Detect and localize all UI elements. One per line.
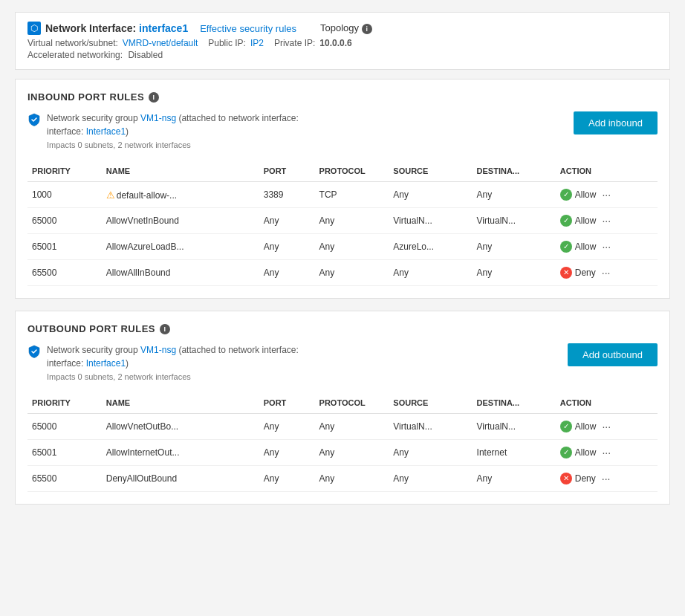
cell-priority: 65500 [27, 466, 102, 492]
inbound-col-protocol: PROTOCOL [315, 161, 389, 182]
outbound-col-source: SOURCE [389, 392, 472, 414]
inbound-nsg-name-link[interactable]: VM1-nsg [140, 113, 176, 123]
outbound-nsg-row: Network security group VM1-nsg (attached… [27, 343, 658, 383]
add-inbound-button[interactable]: Add inbound [574, 111, 658, 134]
header-section: Network Interface: interface1 Effective … [15, 12, 670, 70]
action-text: Deny [575, 268, 596, 278]
inbound-title: INBOUND PORT RULES [27, 91, 144, 103]
cell-port: Any [259, 260, 315, 286]
cell-name: AllowVnetOutBo... [102, 414, 259, 440]
inbound-section: INBOUND PORT RULES i Network security gr… [15, 79, 670, 299]
cell-action: ✓Allow··· [556, 440, 658, 466]
more-options-icon[interactable]: ··· [602, 189, 611, 201]
cell-dest: Any [473, 182, 556, 208]
cell-action: ✓Allow··· [556, 234, 658, 260]
inbound-col-port: PORT [259, 161, 315, 182]
table-row[interactable]: 1000⚠default-allow-...3389TCPAnyAny✓Allo… [27, 182, 658, 208]
warning-icon: ⚠ [106, 189, 115, 201]
outbound-col-protocol: PROTOCOL [315, 392, 389, 414]
subnet-value-link[interactable]: VMRD-vnet/default [123, 38, 198, 48]
cell-priority: 1000 [27, 182, 102, 208]
cell-source: Any [389, 260, 472, 286]
more-options-icon[interactable]: ··· [602, 241, 611, 253]
cell-name: AllowAllInBound [102, 260, 259, 286]
header-title: Network Interface: interface1 [45, 22, 188, 34]
outbound-section: OUTBOUND PORT RULES i Network security g… [15, 311, 670, 505]
add-outbound-button[interactable]: Add outbound [568, 343, 658, 366]
cell-protocol: Any [315, 466, 389, 492]
outbound-shield-icon [27, 345, 41, 358]
cell-port: 3389 [259, 182, 315, 208]
accel-label: Accelerated networking: [27, 50, 123, 60]
topology-label: Topology [320, 22, 359, 33]
cell-dest: Any [473, 466, 556, 492]
cell-priority: 65000 [27, 208, 102, 234]
outbound-table: PRIORITY NAME PORT PROTOCOL SOURCE DESTI… [27, 392, 658, 492]
table-row[interactable]: 65000AllowVnetOutBo...AnyAnyVirtualN...V… [27, 414, 658, 440]
outbound-title: OUTBOUND PORT RULES [27, 323, 155, 334]
action-text: Allow [575, 421, 597, 432]
private-ip-value: 10.0.0.6 [319, 38, 351, 48]
more-options-icon[interactable]: ··· [602, 473, 611, 484]
nic-icon [27, 22, 41, 35]
more-options-icon[interactable]: ··· [602, 447, 611, 458]
allow-icon: ✓ [560, 215, 572, 227]
cell-port: Any [259, 208, 315, 234]
topology-info-icon[interactable]: i [362, 24, 372, 34]
interface-name-link[interactable]: interface1 [139, 22, 188, 34]
cell-source: Any [389, 466, 472, 492]
cell-source: VirtualN... [389, 208, 472, 234]
public-ip-label: Public IP: [208, 38, 246, 48]
outbound-col-port: PORT [259, 392, 315, 414]
cell-protocol: TCP [315, 182, 389, 208]
cell-port: Any [259, 234, 315, 260]
more-options-icon[interactable]: ··· [602, 267, 611, 279]
cell-name: AllowVnetInBound [102, 208, 259, 234]
accel-value: Disabled [128, 50, 163, 60]
cell-protocol: Any [315, 208, 389, 234]
more-options-icon[interactable]: ··· [602, 421, 611, 432]
action-text: Allow [575, 447, 597, 458]
cell-action: ✓Allow··· [556, 182, 658, 208]
private-ip-label: Private IP: [274, 38, 315, 48]
outbound-nsg-text: Network security group VM1-nsg (attached… [47, 343, 299, 383]
cell-protocol: Any [315, 234, 389, 260]
action-text: Allow [575, 189, 597, 200]
cell-dest: Internet [473, 440, 556, 466]
outbound-info-icon[interactable]: i [160, 324, 170, 334]
table-row[interactable]: 65000AllowVnetInBoundAnyAnyVirtualN...Vi… [27, 208, 658, 234]
cell-source: Any [389, 182, 472, 208]
inbound-shield-icon [27, 113, 41, 126]
cell-protocol: Any [315, 260, 389, 286]
inbound-nsg-text: Network security group VM1-nsg (attached… [47, 111, 299, 152]
more-options-icon[interactable]: ··· [602, 215, 611, 227]
cell-name: DenyAllOutBound [102, 466, 259, 492]
cell-name: AllowAzureLoadB... [102, 234, 259, 260]
table-row[interactable]: 65500AllowAllInBoundAnyAnyAnyAny✕Deny··· [27, 260, 658, 286]
table-row[interactable]: 65001AllowAzureLoadB...AnyAnyAzureLo...A… [27, 234, 658, 260]
outbound-impacts-text: Impacts 0 subnets, 2 network interfaces [47, 372, 191, 381]
inbound-col-name: NAME [102, 161, 259, 182]
cell-port: Any [259, 440, 315, 466]
inbound-col-priority: PRIORITY [27, 161, 102, 182]
inbound-interface-link[interactable]: Interface1 [86, 126, 126, 137]
cell-priority: 65001 [27, 234, 102, 260]
outbound-col-action: ACTION [556, 392, 658, 414]
outbound-col-dest: DESTINA... [473, 392, 556, 414]
effective-security-link[interactable]: Effective security rules [200, 23, 296, 34]
deny-icon: ✕ [560, 267, 572, 279]
table-row[interactable]: 65001AllowInternetOut...AnyAnyAnyInterne… [27, 440, 658, 466]
cell-port: Any [259, 414, 315, 440]
allow-icon: ✓ [560, 421, 572, 432]
outbound-interface-link[interactable]: Interface1 [86, 358, 126, 369]
outbound-nsg-name-link[interactable]: VM1-nsg [140, 345, 176, 355]
inbound-info-icon[interactable]: i [149, 92, 159, 103]
cell-priority: 65000 [27, 414, 102, 440]
cell-action: ✕Deny··· [556, 466, 658, 492]
cell-name: ⚠default-allow-... [102, 182, 259, 208]
action-text: Allow [575, 215, 597, 226]
table-row[interactable]: 65500DenyAllOutBoundAnyAnyAnyAny✕Deny··· [27, 466, 658, 492]
cell-source: Any [389, 440, 472, 466]
public-ip-link[interactable]: IP2 [250, 38, 264, 48]
cell-action: ✓Allow··· [556, 414, 658, 440]
